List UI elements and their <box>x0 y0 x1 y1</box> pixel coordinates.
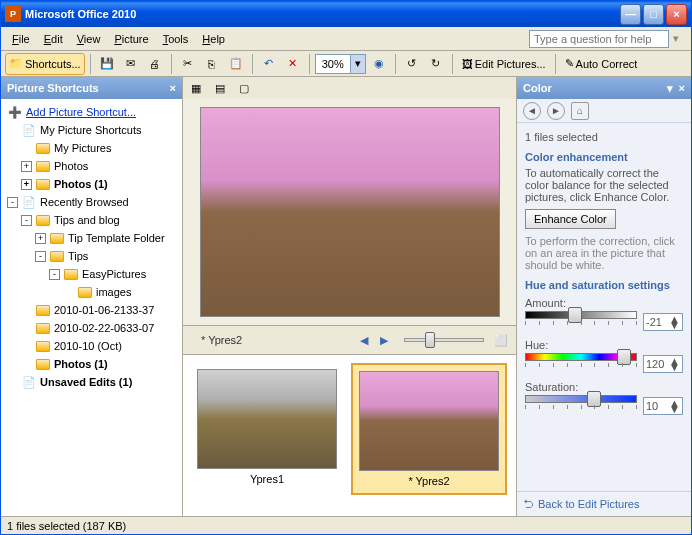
tree-item[interactable]: -EasyPictures <box>3 265 180 283</box>
expand-icon[interactable]: + <box>21 161 32 172</box>
tree-item[interactable]: 2010-01-06-2133-37 <box>3 301 180 319</box>
add-icon: ➕ <box>7 105 23 119</box>
zoom-combo[interactable]: 30%▾ <box>315 54 366 74</box>
panel-nav: ◄ ► ⌂ <box>517 99 691 123</box>
view-toolbar: ▦ ▤ ▢ <box>183 77 516 99</box>
saturation-input[interactable]: 10▲▼ <box>643 397 683 415</box>
folder-icon <box>63 267 79 281</box>
tree-item[interactable]: -📄Recently Browsed <box>3 193 180 211</box>
enhance-hint-text: To perform the correction, click on an a… <box>525 235 683 271</box>
tree-item-label: My Picture Shortcuts <box>40 124 141 136</box>
back-link-label: Back to Edit Pictures <box>538 498 640 510</box>
panel-close-icon[interactable]: × <box>170 82 176 94</box>
maximize-button[interactable]: □ <box>643 4 664 25</box>
tree-item-label: Tips <box>68 250 88 262</box>
save-icon[interactable]: 💾 <box>96 53 118 75</box>
tree-item[interactable]: 📄My Picture Shortcuts <box>3 121 180 139</box>
tree-item-label: Unsaved Edits (1) <box>40 376 132 388</box>
auto-correct-button[interactable]: ✎Auto Correct <box>561 53 642 75</box>
tree-item[interactable]: +Photos <box>3 157 180 175</box>
hue-slider[interactable] <box>525 353 637 375</box>
close-button[interactable]: × <box>666 4 687 25</box>
thumb-ypres1[interactable]: Ypres1 <box>191 363 343 491</box>
spacer <box>21 341 32 352</box>
expand-icon[interactable]: + <box>21 179 32 190</box>
undo-icon[interactable]: ↶ <box>258 53 280 75</box>
tree-item[interactable]: My Pictures <box>3 139 180 157</box>
tree-item[interactable]: images <box>3 283 180 301</box>
hue-label: Hue: <box>525 339 683 351</box>
spacer <box>7 377 18 388</box>
menu-tools[interactable]: Tools <box>156 30 196 48</box>
edit-pictures-button[interactable]: 🖼Edit Pictures... <box>458 53 550 75</box>
print-icon[interactable]: 🖨 <box>144 53 166 75</box>
thumb-label: * Ypres2 <box>408 475 449 487</box>
folder-icon <box>35 339 51 353</box>
tree-item[interactable]: +Tip Template Folder <box>3 229 180 247</box>
amount-slider[interactable] <box>525 311 637 333</box>
dropdown-icon[interactable]: ▾ <box>673 32 687 45</box>
tree-item[interactable]: Photos (1) <box>3 355 180 373</box>
tree-item[interactable]: -Tips <box>3 247 180 265</box>
minimize-button[interactable]: — <box>620 4 641 25</box>
paste-icon[interactable]: 📋 <box>225 53 247 75</box>
mail-icon[interactable]: ✉ <box>120 53 142 75</box>
enhance-color-button[interactable]: Enhance Color <box>525 209 616 229</box>
menu-help[interactable]: Help <box>195 30 232 48</box>
nav-back-icon[interactable]: ◄ <box>523 102 541 120</box>
collapse-icon[interactable]: - <box>7 197 18 208</box>
tree-item[interactable]: -Tips and blog <box>3 211 180 229</box>
copy-icon[interactable]: ⎘ <box>201 53 223 75</box>
menu-picture[interactable]: Picture <box>107 30 155 48</box>
nav-forward-icon[interactable]: ► <box>547 102 565 120</box>
thumb-label: Ypres1 <box>250 473 284 485</box>
shortcuts-button[interactable]: 📁Shortcuts... <box>5 53 85 75</box>
fit-icon[interactable]: ⬜ <box>494 334 508 347</box>
collapse-icon[interactable]: - <box>35 251 46 262</box>
add-shortcut-link[interactable]: ➕ Add Picture Shortcut... <box>3 103 180 121</box>
tree-item[interactable]: 2010-02-22-0633-07 <box>3 319 180 337</box>
hue-value: 120 <box>646 358 664 370</box>
collapse-icon[interactable]: - <box>21 215 32 226</box>
menu-view[interactable]: View <box>70 30 108 48</box>
titlebar: P Microsoft Office 2010 — □ × <box>1 1 691 27</box>
saturation-value: 10 <box>646 400 658 412</box>
help-input[interactable] <box>529 30 669 48</box>
thumb-ypres2[interactable]: * Ypres2 <box>351 363 507 495</box>
filmstrip-view-icon[interactable]: ▤ <box>209 77 231 99</box>
rotate-right-icon[interactable]: ↻ <box>425 53 447 75</box>
nav-home-icon[interactable]: ⌂ <box>571 102 589 120</box>
menu-file[interactable]: File <box>5 30 37 48</box>
tree-item[interactable]: +Photos (1) <box>3 175 180 193</box>
folder-icon <box>35 159 51 173</box>
shortcut-icon: 📄 <box>21 375 37 389</box>
panel-close-icon[interactable]: × <box>679 82 685 94</box>
tree-item-label: Tips and blog <box>54 214 120 226</box>
rotate-left-icon[interactable]: ↺ <box>401 53 423 75</box>
picture-shortcuts-panel: Picture Shortcuts × ➕ Add Picture Shortc… <box>1 77 183 516</box>
preview-image[interactable] <box>200 107 500 317</box>
center-area: ▦ ▤ ▢ * Ypres2 ◀ ▶ ⬜ Ypres1 * Ypres2 <box>183 77 516 516</box>
saturation-slider[interactable] <box>525 395 637 417</box>
panel-menu-icon[interactable]: ▾ <box>667 82 673 95</box>
app-icon: P <box>5 6 21 22</box>
zoom-slider[interactable] <box>404 338 484 342</box>
tree-item[interactable]: 📄Unsaved Edits (1) <box>3 373 180 391</box>
expand-icon[interactable]: + <box>35 233 46 244</box>
prev-icon[interactable]: ◀ <box>360 334 368 347</box>
amount-input[interactable]: -21▲▼ <box>643 313 683 331</box>
back-to-edit-link[interactable]: ⮌ Back to Edit Pictures <box>517 491 691 516</box>
hue-input[interactable]: 120▲▼ <box>643 355 683 373</box>
next-icon[interactable]: ▶ <box>380 334 388 347</box>
delete-icon[interactable]: ✕ <box>282 53 304 75</box>
help-icon[interactable]: ◉ <box>368 53 390 75</box>
current-filename: * Ypres2 <box>201 334 242 346</box>
tree-item[interactable]: 2010-10 (Oct) <box>3 337 180 355</box>
collapse-icon[interactable]: - <box>49 269 60 280</box>
single-view-icon[interactable]: ▢ <box>233 77 255 99</box>
thumbnail-view-icon[interactable]: ▦ <box>185 77 207 99</box>
color-panel-body: 1 files selected Color enhancement To au… <box>517 123 691 491</box>
menu-edit[interactable]: Edit <box>37 30 70 48</box>
help-search[interactable] <box>529 30 669 48</box>
cut-icon[interactable]: ✂ <box>177 53 199 75</box>
